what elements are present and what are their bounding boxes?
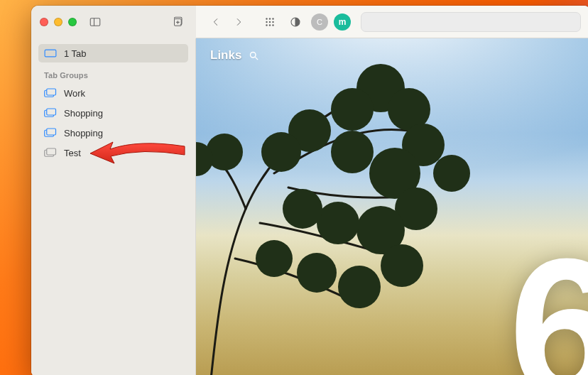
svg-rect-21 (47, 129, 56, 135)
tab-icon (44, 48, 57, 58)
minimize-window-button[interactable] (54, 18, 62, 26)
tab-group-icon (44, 108, 57, 118)
page-content: Links 6 (196, 38, 588, 375)
sidebar-current-tab[interactable]: 1 Tab (38, 44, 188, 62)
sidebar-section-header: Tab Groups (38, 64, 188, 82)
svg-rect-17 (47, 89, 56, 95)
grid-icon (263, 16, 276, 28)
svg-point-5 (266, 18, 267, 19)
svg-point-11 (266, 24, 267, 26)
new-tab-group-icon (171, 16, 184, 28)
sidebar-group-work[interactable]: Work (38, 84, 188, 102)
tab-group-icon (44, 128, 57, 138)
shield-half-icon (289, 16, 302, 28)
svg-rect-19 (47, 109, 56, 115)
links-label: Links (210, 48, 241, 62)
back-button[interactable] (206, 13, 226, 31)
sidebar-item-label: Shopping (64, 128, 103, 138)
tab-group-icon (44, 148, 57, 158)
svg-rect-15 (45, 50, 56, 57)
sidebar-group-shopping-2[interactable]: Shopping (38, 124, 188, 142)
svg-point-9 (269, 21, 271, 22)
start-page-grid-button[interactable] (260, 13, 280, 31)
svg-point-12 (269, 24, 271, 26)
svg-rect-23 (47, 148, 56, 155)
svg-point-13 (272, 24, 273, 26)
sidebar-current-tab-label: 1 Tab (64, 48, 87, 59)
svg-point-6 (269, 18, 271, 19)
reader-icon: C (317, 18, 322, 26)
sidebar-icon (89, 16, 102, 28)
zoom-window-button[interactable] (68, 18, 77, 26)
svg-line-44 (256, 57, 258, 60)
profile-avatar[interactable]: m (334, 13, 351, 31)
svg-point-8 (266, 21, 267, 22)
sidebar-item-label: Shopping (64, 108, 103, 119)
svg-point-7 (272, 18, 273, 19)
reader-button[interactable]: C (311, 13, 328, 31)
forward-button[interactable] (229, 13, 249, 31)
chevron-left-icon (210, 16, 222, 28)
tab-group-icon (44, 88, 57, 98)
sidebar-group-test[interactable]: Test (38, 143, 188, 162)
sidebar: 1 Tab Tab Groups Work Shopping Shopping (31, 38, 196, 375)
links-heading[interactable]: Links (210, 48, 259, 62)
sidebar-item-label: Work (64, 88, 85, 99)
privacy-report-button[interactable] (285, 13, 305, 31)
new-tab-group-button[interactable] (168, 13, 187, 31)
page-number-glyph: 6 (508, 229, 588, 375)
window-traffic-lights (40, 18, 77, 26)
close-window-button[interactable] (40, 18, 48, 26)
profile-initial: m (339, 17, 347, 27)
sidebar-toolbar (31, 6, 196, 38)
sidebar-item-label: Test (64, 148, 81, 158)
safari-window: C m 1 Tab Tab Groups Work Shoppi (31, 6, 588, 375)
toggle-sidebar-button[interactable] (85, 13, 105, 31)
search-icon (249, 50, 259, 61)
svg-rect-0 (90, 18, 100, 26)
svg-point-10 (272, 21, 273, 22)
sidebar-group-shopping-1[interactable]: Shopping (38, 104, 188, 122)
svg-point-43 (251, 52, 256, 58)
address-bar[interactable] (361, 12, 581, 32)
chevron-right-icon (233, 16, 244, 28)
browser-toolbar: C m (196, 6, 588, 38)
